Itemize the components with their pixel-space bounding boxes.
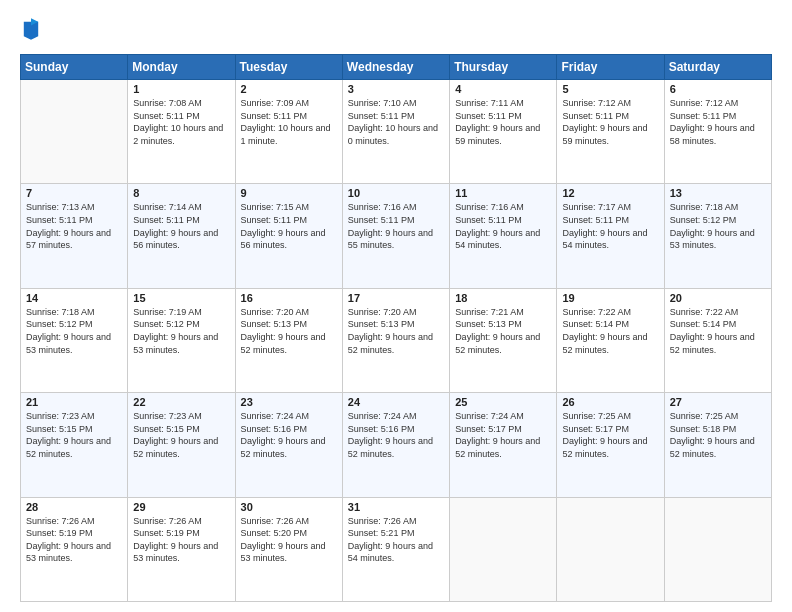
day-info: Sunrise: 7:19 AMSunset: 5:12 PMDaylight:… xyxy=(133,306,229,356)
day-info: Sunrise: 7:23 AMSunset: 5:15 PMDaylight:… xyxy=(133,410,229,460)
calendar-cell: 4Sunrise: 7:11 AMSunset: 5:11 PMDaylight… xyxy=(450,80,557,184)
day-number: 20 xyxy=(670,292,766,304)
header xyxy=(20,18,772,44)
day-number: 5 xyxy=(562,83,658,95)
day-number: 4 xyxy=(455,83,551,95)
day-number: 2 xyxy=(241,83,337,95)
calendar-cell: 6Sunrise: 7:12 AMSunset: 5:11 PMDaylight… xyxy=(664,80,771,184)
weekday-header-wednesday: Wednesday xyxy=(342,55,449,80)
day-number: 18 xyxy=(455,292,551,304)
calendar-cell: 16Sunrise: 7:20 AMSunset: 5:13 PMDayligh… xyxy=(235,288,342,392)
day-number: 8 xyxy=(133,187,229,199)
calendar-table: SundayMondayTuesdayWednesdayThursdayFrid… xyxy=(20,54,772,602)
calendar-cell: 27Sunrise: 7:25 AMSunset: 5:18 PMDayligh… xyxy=(664,393,771,497)
day-info: Sunrise: 7:18 AMSunset: 5:12 PMDaylight:… xyxy=(26,306,122,356)
day-number: 21 xyxy=(26,396,122,408)
day-number: 7 xyxy=(26,187,122,199)
day-info: Sunrise: 7:09 AMSunset: 5:11 PMDaylight:… xyxy=(241,97,337,147)
calendar-cell: 3Sunrise: 7:10 AMSunset: 5:11 PMDaylight… xyxy=(342,80,449,184)
calendar-cell: 2Sunrise: 7:09 AMSunset: 5:11 PMDaylight… xyxy=(235,80,342,184)
day-info: Sunrise: 7:12 AMSunset: 5:11 PMDaylight:… xyxy=(562,97,658,147)
calendar-cell: 14Sunrise: 7:18 AMSunset: 5:12 PMDayligh… xyxy=(21,288,128,392)
day-number: 3 xyxy=(348,83,444,95)
calendar-cell xyxy=(664,497,771,601)
day-number: 30 xyxy=(241,501,337,513)
day-info: Sunrise: 7:21 AMSunset: 5:13 PMDaylight:… xyxy=(455,306,551,356)
day-info: Sunrise: 7:26 AMSunset: 5:21 PMDaylight:… xyxy=(348,515,444,565)
calendar-week-row: 1Sunrise: 7:08 AMSunset: 5:11 PMDaylight… xyxy=(21,80,772,184)
day-info: Sunrise: 7:14 AMSunset: 5:11 PMDaylight:… xyxy=(133,201,229,251)
day-number: 6 xyxy=(670,83,766,95)
day-number: 15 xyxy=(133,292,229,304)
day-info: Sunrise: 7:25 AMSunset: 5:17 PMDaylight:… xyxy=(562,410,658,460)
calendar-week-row: 7Sunrise: 7:13 AMSunset: 5:11 PMDaylight… xyxy=(21,184,772,288)
calendar-cell: 21Sunrise: 7:23 AMSunset: 5:15 PMDayligh… xyxy=(21,393,128,497)
calendar-cell: 15Sunrise: 7:19 AMSunset: 5:12 PMDayligh… xyxy=(128,288,235,392)
logo-icon xyxy=(22,18,40,40)
day-info: Sunrise: 7:26 AMSunset: 5:19 PMDaylight:… xyxy=(26,515,122,565)
calendar-cell: 18Sunrise: 7:21 AMSunset: 5:13 PMDayligh… xyxy=(450,288,557,392)
weekday-header-sunday: Sunday xyxy=(21,55,128,80)
weekday-header-friday: Friday xyxy=(557,55,664,80)
calendar-cell: 8Sunrise: 7:14 AMSunset: 5:11 PMDaylight… xyxy=(128,184,235,288)
calendar-week-row: 14Sunrise: 7:18 AMSunset: 5:12 PMDayligh… xyxy=(21,288,772,392)
calendar-cell: 12Sunrise: 7:17 AMSunset: 5:11 PMDayligh… xyxy=(557,184,664,288)
calendar-cell: 26Sunrise: 7:25 AMSunset: 5:17 PMDayligh… xyxy=(557,393,664,497)
calendar-header-row: SundayMondayTuesdayWednesdayThursdayFrid… xyxy=(21,55,772,80)
calendar-cell: 24Sunrise: 7:24 AMSunset: 5:16 PMDayligh… xyxy=(342,393,449,497)
day-number: 17 xyxy=(348,292,444,304)
calendar-cell xyxy=(557,497,664,601)
calendar-cell: 11Sunrise: 7:16 AMSunset: 5:11 PMDayligh… xyxy=(450,184,557,288)
calendar-cell xyxy=(21,80,128,184)
calendar-cell: 1Sunrise: 7:08 AMSunset: 5:11 PMDaylight… xyxy=(128,80,235,184)
calendar-cell: 28Sunrise: 7:26 AMSunset: 5:19 PMDayligh… xyxy=(21,497,128,601)
day-number: 11 xyxy=(455,187,551,199)
calendar-cell: 5Sunrise: 7:12 AMSunset: 5:11 PMDaylight… xyxy=(557,80,664,184)
day-number: 10 xyxy=(348,187,444,199)
calendar-cell xyxy=(450,497,557,601)
calendar-cell: 30Sunrise: 7:26 AMSunset: 5:20 PMDayligh… xyxy=(235,497,342,601)
day-info: Sunrise: 7:20 AMSunset: 5:13 PMDaylight:… xyxy=(348,306,444,356)
day-number: 14 xyxy=(26,292,122,304)
day-info: Sunrise: 7:26 AMSunset: 5:20 PMDaylight:… xyxy=(241,515,337,565)
day-info: Sunrise: 7:10 AMSunset: 5:11 PMDaylight:… xyxy=(348,97,444,147)
day-info: Sunrise: 7:22 AMSunset: 5:14 PMDaylight:… xyxy=(562,306,658,356)
calendar-cell: 25Sunrise: 7:24 AMSunset: 5:17 PMDayligh… xyxy=(450,393,557,497)
day-info: Sunrise: 7:08 AMSunset: 5:11 PMDaylight:… xyxy=(133,97,229,147)
day-info: Sunrise: 7:23 AMSunset: 5:15 PMDaylight:… xyxy=(26,410,122,460)
day-info: Sunrise: 7:22 AMSunset: 5:14 PMDaylight:… xyxy=(670,306,766,356)
day-number: 19 xyxy=(562,292,658,304)
day-info: Sunrise: 7:13 AMSunset: 5:11 PMDaylight:… xyxy=(26,201,122,251)
calendar-week-row: 21Sunrise: 7:23 AMSunset: 5:15 PMDayligh… xyxy=(21,393,772,497)
day-number: 9 xyxy=(241,187,337,199)
day-number: 23 xyxy=(241,396,337,408)
calendar-cell: 13Sunrise: 7:18 AMSunset: 5:12 PMDayligh… xyxy=(664,184,771,288)
page: SundayMondayTuesdayWednesdayThursdayFrid… xyxy=(0,0,792,612)
calendar-cell: 29Sunrise: 7:26 AMSunset: 5:19 PMDayligh… xyxy=(128,497,235,601)
calendar-week-row: 28Sunrise: 7:26 AMSunset: 5:19 PMDayligh… xyxy=(21,497,772,601)
day-info: Sunrise: 7:24 AMSunset: 5:16 PMDaylight:… xyxy=(241,410,337,460)
calendar-cell: 9Sunrise: 7:15 AMSunset: 5:11 PMDaylight… xyxy=(235,184,342,288)
weekday-header-saturday: Saturday xyxy=(664,55,771,80)
day-number: 28 xyxy=(26,501,122,513)
day-info: Sunrise: 7:12 AMSunset: 5:11 PMDaylight:… xyxy=(670,97,766,147)
day-info: Sunrise: 7:16 AMSunset: 5:11 PMDaylight:… xyxy=(455,201,551,251)
day-info: Sunrise: 7:24 AMSunset: 5:16 PMDaylight:… xyxy=(348,410,444,460)
day-number: 25 xyxy=(455,396,551,408)
calendar-cell: 31Sunrise: 7:26 AMSunset: 5:21 PMDayligh… xyxy=(342,497,449,601)
day-number: 13 xyxy=(670,187,766,199)
calendar-cell: 20Sunrise: 7:22 AMSunset: 5:14 PMDayligh… xyxy=(664,288,771,392)
calendar-cell: 10Sunrise: 7:16 AMSunset: 5:11 PMDayligh… xyxy=(342,184,449,288)
day-number: 27 xyxy=(670,396,766,408)
day-number: 26 xyxy=(562,396,658,408)
calendar-cell: 17Sunrise: 7:20 AMSunset: 5:13 PMDayligh… xyxy=(342,288,449,392)
day-number: 29 xyxy=(133,501,229,513)
day-number: 24 xyxy=(348,396,444,408)
weekday-header-monday: Monday xyxy=(128,55,235,80)
weekday-header-tuesday: Tuesday xyxy=(235,55,342,80)
day-number: 1 xyxy=(133,83,229,95)
day-number: 12 xyxy=(562,187,658,199)
day-number: 22 xyxy=(133,396,229,408)
day-info: Sunrise: 7:11 AMSunset: 5:11 PMDaylight:… xyxy=(455,97,551,147)
day-info: Sunrise: 7:18 AMSunset: 5:12 PMDaylight:… xyxy=(670,201,766,251)
